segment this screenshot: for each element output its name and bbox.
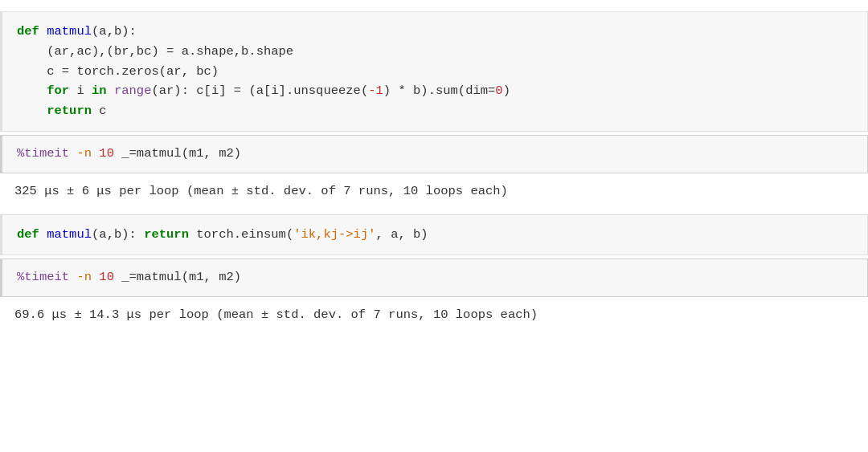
timeit-cell-2: %timeit -n 10 _=matmul(m1, m2) 69.6 μs ±… (0, 259, 868, 335)
timeit-input-1[interactable]: %timeit -n 10 _=matmul(m1, m2) (0, 135, 868, 173)
code-line: return c (17, 101, 853, 121)
timeit-output-2: 69.6 μs ± 14.3 μs per loop (mean ± std. … (0, 297, 868, 336)
code-line: def matmul(a,b): return torch.einsum('ik… (17, 225, 853, 245)
code-line: for i in range(ar): c[i] = (a[i].unsquee… (17, 81, 853, 101)
code-line: (ar,ac),(br,bc) = a.shape,b.shape (17, 42, 853, 62)
code-line: c = torch.zeros(ar, bc) (17, 62, 853, 82)
timeit-code-1: %timeit -n 10 _=matmul(m1, m2) (17, 144, 853, 165)
output-text-1: 325 μs ± 6 μs per loop (mean ± std. dev.… (14, 184, 508, 198)
code-cell-1[interactable]: def matmul(a,b): (ar,ac),(br,bc) = a.sha… (0, 11, 868, 132)
notebook: def matmul(a,b): (ar,ac),(br,bc) = a.sha… (0, 0, 868, 346)
output-text-2: 69.6 μs ± 14.3 μs per loop (mean ± std. … (14, 307, 538, 322)
timeit-input-2[interactable]: %timeit -n 10 _=matmul(m1, m2) (0, 259, 868, 297)
timeit-output-1: 325 μs ± 6 μs per loop (mean ± std. dev.… (0, 173, 868, 212)
timeit-cell-1: %timeit -n 10 _=matmul(m1, m2) 325 μs ± … (0, 135, 868, 211)
code-cell-2[interactable]: def matmul(a,b): return torch.einsum('ik… (0, 214, 868, 255)
timeit-code-2: %timeit -n 10 _=matmul(m1, m2) (17, 267, 853, 288)
code-line: def matmul(a,b): (17, 22, 853, 42)
